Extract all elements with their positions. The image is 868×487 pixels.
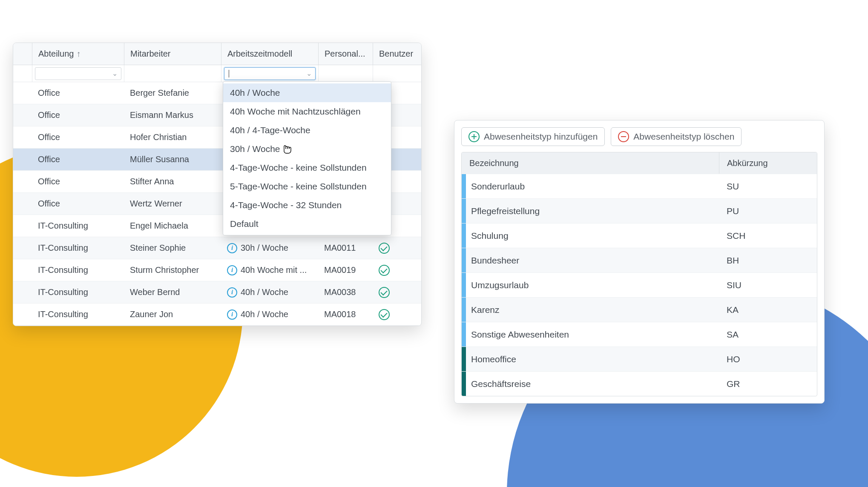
absence-table-body: SonderurlaubSUPflegefreistellungPUSchulu… <box>462 174 817 396</box>
add-absence-type-button[interactable]: Abwesenheitstyp hinzufügen <box>461 127 605 146</box>
workmodel-dropdown[interactable]: 40h / Woche40h Woche mit Nachtzuschlägen… <box>223 81 391 235</box>
grid-header-workmodel-label: Arbeitszeitmodell <box>227 49 292 59</box>
table-row[interactable]: SonderurlaubSU <box>462 174 817 198</box>
cell-absence-abbr: BH <box>719 248 817 272</box>
grid-filter-workmodel[interactable]: ⌄ <box>221 65 318 82</box>
cell-absence-name: Sonstige Abwesenheiten <box>466 329 719 340</box>
dropdown-option[interactable]: Default <box>223 215 391 233</box>
grid-header-workmodel[interactable]: Arbeitszeitmodell <box>221 43 318 65</box>
table-row[interactable]: IT-ConsultingSteiner Sophiei30h / WocheM… <box>13 237 421 259</box>
cell-workmodel: i40h / Woche <box>221 287 318 298</box>
grid-header-row: Abteilung ↑ Mitarbeiter Arbeitszeitmodel… <box>13 43 421 65</box>
cell-user-status <box>373 309 421 320</box>
delete-absence-type-label: Abwesenheitstyp löschen <box>633 132 734 142</box>
chevron-down-icon: ⌄ <box>306 69 312 77</box>
check-circle-icon <box>379 287 390 298</box>
dropdown-option[interactable]: 4-Tage-Woche - keine Sollstunden <box>223 158 391 177</box>
grid-header-personnel-label: Personal... <box>325 49 365 59</box>
grid-filter-workmodel-select[interactable]: ⌄ <box>224 67 316 80</box>
table-row[interactable]: GeschäftsreiseGR <box>462 371 817 396</box>
info-icon[interactable]: i <box>227 243 237 253</box>
cell-absence-abbr: SCH <box>719 223 817 248</box>
dropdown-option[interactable]: 30h / Woche <box>223 140 391 158</box>
cell-personnel: MA0018 <box>318 309 373 319</box>
color-indicator <box>462 174 466 198</box>
grid-filter-employee[interactable] <box>124 65 221 82</box>
info-icon[interactable]: i <box>227 287 237 298</box>
cell-employee: Stifter Anna <box>124 177 221 186</box>
absence-types-panel: Abwesenheitstyp hinzufügen Abwesenheitst… <box>454 120 825 404</box>
dropdown-option[interactable]: 40h / Woche <box>223 83 391 102</box>
cell-absence-name: Geschäftsreise <box>466 379 719 389</box>
grid-filter-personnel[interactable] <box>318 65 373 82</box>
plus-icon <box>468 131 480 142</box>
absence-header-abbr[interactable]: Abkürzung <box>719 152 817 174</box>
dropdown-option[interactable]: 5-Tage-Woche - keine Sollstunden <box>223 177 391 196</box>
table-row[interactable]: IT-ConsultingSturm Christopheri40h Woche… <box>13 259 421 281</box>
cell-absence-abbr: HO <box>719 347 817 371</box>
cell-department: IT-Consulting <box>32 243 124 253</box>
table-row[interactable]: IT-ConsultingWeber Berndi40h / WocheMA00… <box>13 281 421 304</box>
grid-header-checkbox[interactable] <box>13 43 32 65</box>
cell-personnel: MA0019 <box>318 265 373 275</box>
cell-absence-abbr: SU <box>719 174 817 198</box>
table-row[interactable]: BundesheerBH <box>462 248 817 272</box>
cell-absence-abbr: PU <box>719 199 817 223</box>
color-indicator <box>462 223 466 248</box>
cell-absence-name: Pflegefreistellung <box>466 206 719 216</box>
delete-absence-type-button[interactable]: Abwesenheitstyp löschen <box>611 127 742 146</box>
add-absence-type-label: Abwesenheitstyp hinzufügen <box>484 132 598 142</box>
cell-department: Office <box>32 110 124 120</box>
cell-department: IT-Consulting <box>32 287 124 297</box>
employee-grid-panel: Abteilung ↑ Mitarbeiter Arbeitszeitmodel… <box>13 43 422 326</box>
grid-header-user[interactable]: Benutzer <box>373 43 421 65</box>
table-row[interactable]: Sonstige AbwesenheitenSA <box>462 322 817 347</box>
color-indicator <box>462 322 466 347</box>
cell-absence-name: Karenz <box>466 305 719 315</box>
info-icon[interactable]: i <box>227 309 237 320</box>
cell-department: Office <box>32 177 124 186</box>
table-row[interactable]: KarenzKA <box>462 297 817 322</box>
cell-absence-abbr: SA <box>719 322 817 347</box>
cell-employee: Zauner Jon <box>124 309 221 319</box>
dropdown-option[interactable]: 4-Tage-Woche - 32 Stunden <box>223 196 391 215</box>
dropdown-option[interactable]: 40h Woche mit Nachtzuschlägen <box>223 102 391 121</box>
cell-absence-name: Bundesheer <box>466 255 719 266</box>
info-icon[interactable]: i <box>227 265 237 275</box>
grid-filter-user[interactable] <box>373 65 421 82</box>
color-indicator <box>462 248 466 272</box>
cell-department: Office <box>32 155 124 164</box>
table-row[interactable]: HomeofficeHO <box>462 347 817 371</box>
grid-header-personnel[interactable]: Personal... <box>318 43 373 65</box>
cell-absence-name: Umzugsurlaub <box>466 280 719 290</box>
cell-workmodel: i40h / Woche <box>221 309 318 320</box>
absence-header-name[interactable]: Bezeichnung <box>462 158 719 168</box>
cell-department: IT-Consulting <box>32 309 124 319</box>
table-row[interactable]: SchulungSCH <box>462 223 817 248</box>
color-indicator <box>462 199 466 223</box>
dropdown-option[interactable]: 40h / 4-Tage-Woche <box>223 121 391 140</box>
grid-filter-department[interactable]: ⌄ <box>32 65 124 82</box>
table-row[interactable]: PflegefreistellungPU <box>462 198 817 223</box>
table-row[interactable]: UmzugsurlaubSIU <box>462 272 817 297</box>
pointer-cursor-icon <box>281 142 291 157</box>
grid-filter-checkbox <box>13 65 32 82</box>
cell-absence-name: Schulung <box>466 231 719 241</box>
grid-filter-department-select[interactable]: ⌄ <box>35 67 121 80</box>
color-indicator <box>462 372 466 396</box>
grid-header-department[interactable]: Abteilung ↑ <box>32 43 124 65</box>
absence-toolbar: Abwesenheitstyp hinzufügen Abwesenheitst… <box>461 127 817 146</box>
check-circle-icon <box>379 309 390 320</box>
table-row[interactable]: IT-ConsultingZauner Joni40h / WocheMA001… <box>13 304 421 326</box>
chevron-down-icon: ⌄ <box>112 69 118 77</box>
grid-header-employee[interactable]: Mitarbeiter <box>124 43 221 65</box>
color-indicator <box>462 273 466 297</box>
cell-absence-abbr: KA <box>719 298 817 322</box>
color-indicator <box>462 298 466 322</box>
cell-user-status <box>373 243 421 254</box>
color-indicator <box>462 347 466 371</box>
check-circle-icon <box>379 243 390 254</box>
cell-department: Office <box>32 88 124 98</box>
cell-department: IT-Consulting <box>32 221 124 231</box>
cell-personnel: MA0011 <box>318 243 373 253</box>
